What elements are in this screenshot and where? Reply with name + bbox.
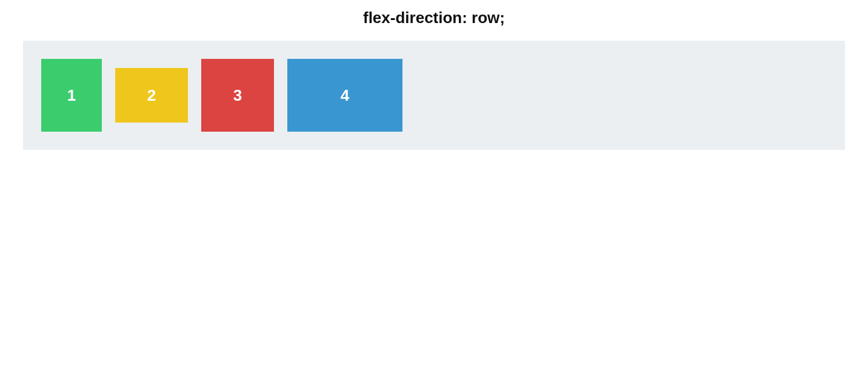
flex-item-4: 4 xyxy=(287,59,402,132)
flex-container: 1 2 3 4 xyxy=(23,41,845,150)
flex-item-3: 3 xyxy=(201,59,274,132)
page-title: flex-direction: row; xyxy=(0,8,868,27)
flex-item-1: 1 xyxy=(41,59,102,132)
flex-item-2: 2 xyxy=(115,68,188,123)
